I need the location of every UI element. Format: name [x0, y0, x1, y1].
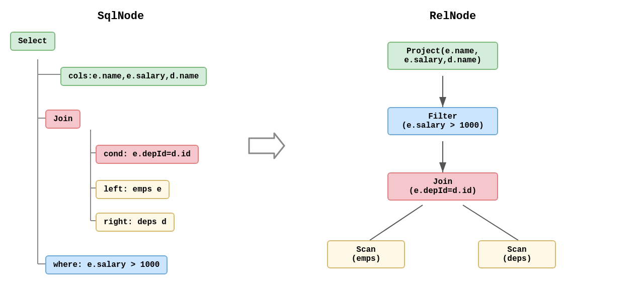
rel-node-scan-emps: Scan (emps)	[327, 240, 405, 268]
sql-node-join: Join	[45, 110, 80, 129]
sql-panel-title: SqlNode	[98, 10, 144, 23]
arrow-svg	[247, 131, 287, 161]
sql-node-cols: cols:e.name,e.salary,d.name	[60, 67, 207, 86]
sql-panel: SqlNode Select cols:e.name,e.salary,d.na…	[0, 0, 242, 287]
rel-node-filter: Filter (e.salary > 1000)	[387, 107, 498, 135]
sql-node-where: where: e.salary > 1000	[45, 255, 168, 274]
rel-panel-title: RelNode	[430, 10, 476, 23]
svg-marker-12	[249, 133, 284, 158]
svg-line-15	[370, 205, 423, 240]
sql-node-cond: cond: e.depId=d.id	[96, 145, 199, 164]
sql-node-right: right: deps d	[96, 213, 175, 232]
rel-node-project: Project(e.name, e.salary,d.name)	[387, 42, 498, 70]
rel-node-scan-deps: Scan (deps)	[478, 240, 556, 268]
rel-panel: RelNode Project(e.name, e.salary,d.name)…	[292, 0, 614, 287]
rel-tree: Project(e.name, e.salary,d.name) Filter …	[297, 32, 609, 287]
transformation-arrow	[242, 131, 292, 161]
svg-line-16	[463, 205, 518, 240]
sql-tree: Select cols:e.name,e.salary,d.name Join …	[10, 32, 231, 287]
sql-node-select: Select	[10, 32, 55, 51]
sql-node-left: left: emps e	[96, 180, 170, 199]
rel-node-join: Join (e.depId=d.id)	[387, 172, 498, 201]
